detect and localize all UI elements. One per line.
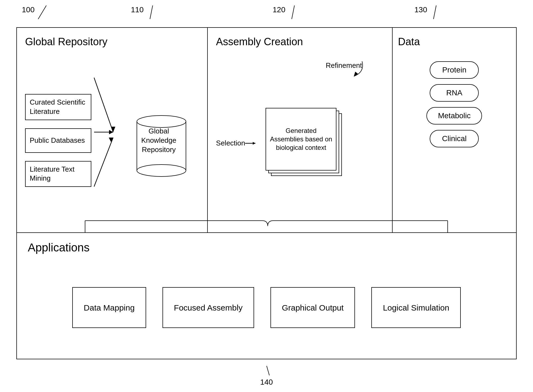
apps-title: Applications [28, 241, 505, 254]
app-box-focused-assembly: Focused Assembly [162, 287, 254, 328]
svg-line-18 [267, 366, 269, 375]
app-box-graphical-output: Graphical Output [270, 287, 355, 328]
oval-metabolic: Metabolic [426, 107, 482, 124]
source-arrows-svg [91, 56, 119, 225]
cylinder-text: Global Knowledge Repository [134, 127, 183, 154]
stacked-rects: Generated Assemblies based on biological… [266, 108, 342, 179]
app-box-data-mapping: Data Mapping [72, 287, 146, 328]
ref-140: 140 [256, 378, 278, 387]
svg-marker-5 [111, 127, 115, 132]
data-ovals: Protein RNA Metabolic Clinical [398, 61, 511, 147]
ref-tick-lines [16, 5, 518, 22]
selection-arrow-svg [245, 139, 259, 147]
oval-clinical: Clinical [430, 130, 479, 147]
svg-line-1 [150, 5, 153, 19]
global-repo-title: Global Repository [25, 36, 199, 48]
ref-100: 100 [22, 5, 35, 14]
bottom-section: Applications Data Mapping Focused Assemb… [17, 233, 516, 359]
bottom-ref-tick-svg [256, 366, 278, 377]
ref-120: 120 [273, 5, 285, 14]
oval-protein: Protein [430, 61, 479, 79]
ref-130: 130 [414, 5, 427, 14]
svg-line-8 [94, 138, 113, 187]
source-box-1: Public Databases [25, 128, 91, 153]
cylinder: Global Knowledge Repository [134, 111, 183, 171]
svg-marker-15 [253, 142, 255, 145]
global-repo-panel: Global Repository Curated Scientific Lit… [17, 28, 208, 232]
app-box-logical-simulation: Logical Simulation [371, 287, 460, 328]
selection-label: Selection [216, 139, 245, 147]
repo-content: Curated Scientific Literature Public Dat… [25, 56, 199, 225]
assembly-title: Assembly Creation [216, 36, 384, 48]
selection-arrow: Selection [216, 139, 259, 147]
ref-110: 110 [131, 5, 144, 14]
svg-line-2 [292, 5, 294, 19]
svg-point-11 [137, 116, 186, 127]
stacked-rect-front: Generated Assemblies based on biological… [266, 108, 336, 171]
assembly-panel: Assembly Creation Refinement Selection [208, 28, 392, 232]
selection-area: Selection [216, 61, 384, 225]
svg-line-3 [433, 5, 436, 19]
bottom-ref-area: 140 [256, 366, 278, 387]
data-panel: Data Protein RNA Metabolic Clinical [393, 28, 516, 232]
source-boxes: Curated Scientific Literature Public Dat… [25, 94, 91, 187]
refinement-arrow-svg [313, 59, 368, 80]
svg-line-4 [94, 78, 113, 132]
oval-rna: RNA [430, 84, 479, 102]
brace-svg [71, 219, 453, 236]
assembly-content: Refinement Selection [216, 56, 384, 225]
data-title: Data [398, 36, 511, 48]
source-box-0: Curated Scientific Literature [25, 94, 91, 120]
main-layout: Global Repository Curated Scientific Lit… [16, 27, 517, 359]
app-boxes-row: Data Mapping Focused Assembly Graphical … [28, 265, 505, 350]
source-box-2: Literature Text Mining [25, 161, 91, 187]
svg-point-12 [137, 165, 186, 177]
cylinder-container: Global Knowledge Repository [119, 111, 199, 171]
svg-line-0 [38, 5, 46, 19]
top-section: Global Repository Curated Scientific Lit… [17, 28, 516, 233]
